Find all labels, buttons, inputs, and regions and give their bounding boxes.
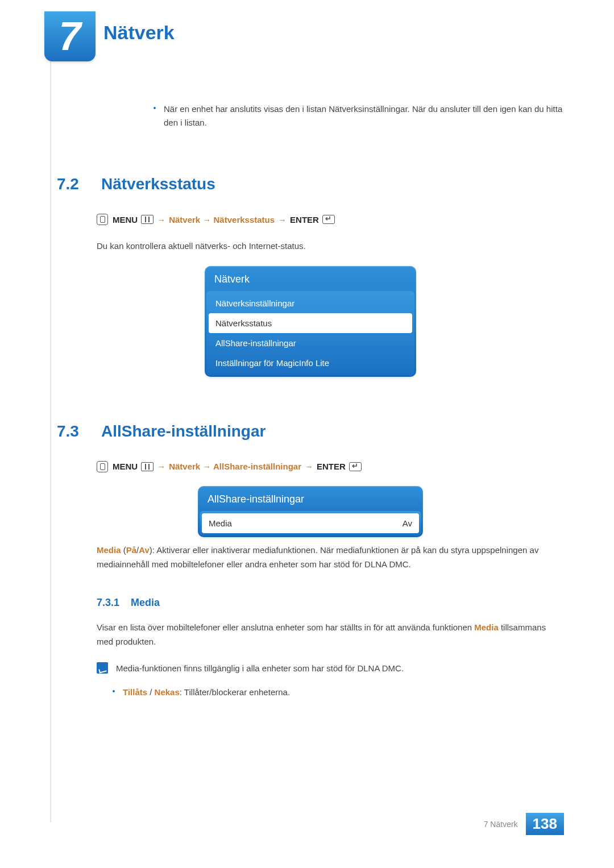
remote-icon (97, 214, 108, 225)
note-row: Media-funktionen finns tillgänglig i all… (97, 662, 564, 675)
sec73-media-desc: Media (På/Av): Aktiverar eller inaktiver… (97, 543, 564, 572)
menu-icon (141, 462, 154, 471)
menu-item-network-settings[interactable]: Nätverksinställningar (209, 293, 412, 313)
intro-bullet-text: När en enhet har anslutits visas den i l… (164, 102, 564, 130)
arrow: → (278, 215, 287, 225)
page-number: 138 (526, 813, 564, 835)
sec72-desc: Du kan kontrollera aktuell nätverks- och… (97, 239, 564, 254)
enter-label: ENTER (290, 215, 319, 225)
menu-item-network-status[interactable]: Nätverksstatus (209, 313, 412, 333)
sep: / (147, 687, 155, 697)
bullet-icon (154, 107, 156, 109)
section-number: 7.2 (57, 175, 101, 193)
on-label: På (126, 545, 136, 555)
arrow: → (305, 462, 313, 471)
menu-item-media[interactable]: Media Av (202, 513, 419, 533)
panel-body: Media Av (200, 511, 421, 535)
enter-icon (322, 215, 335, 224)
section-title: Media (131, 597, 160, 609)
section-title: AllShare-inställningar (101, 422, 265, 441)
menu-item-label: Media (209, 518, 232, 528)
section-number: 7.3.1 (97, 597, 131, 609)
panel-title: AllShare-inställningar (200, 488, 421, 511)
note-text: Media-funktionen finns tillgänglig i all… (116, 662, 404, 675)
allow-label: Tillåts (123, 687, 147, 697)
menu-path: Nätverk → Nätverksstatus (169, 215, 275, 225)
arrow: → (157, 462, 165, 471)
heading-7-3-1: 7.3.1 Media (97, 597, 564, 609)
heading-7-3: 7.3 AllShare-inställningar (57, 422, 564, 441)
bullet-icon (113, 690, 115, 692)
menu-item-value: Av (403, 518, 412, 528)
nav-path-7-2: MENU → Nätverk → Nätverksstatus → ENTER (97, 214, 564, 225)
allow-deny-text: Tillåts / Nekas: Tillåter/blockerar enhe… (123, 686, 290, 699)
nav-path-7-3: MENU → Nätverk → AllShare-inställningar … (97, 461, 564, 472)
note-icon (97, 662, 108, 674)
line1-pre: Visar en lista över mobiltelefoner eller… (97, 622, 474, 632)
off-label: Av (139, 545, 150, 555)
heading-7-2: 7.2 Nätverksstatus (57, 175, 564, 193)
intro-bullet: När en enhet har anslutits visas den i l… (154, 102, 564, 130)
menu-icon (141, 215, 154, 224)
network-menu-panel: Nätverk Nätverksinställningar Nätverksst… (205, 266, 416, 377)
deny-label: Nekas (155, 687, 180, 697)
line1-bold: Media (474, 622, 499, 632)
menu-item-magicinfo[interactable]: Inställningar för MagicInfo Lite (209, 353, 412, 373)
section-number: 7.3 (57, 422, 101, 441)
sec731-line1: Visar en lista över mobiltelefoner eller… (97, 620, 564, 649)
enter-label: ENTER (317, 462, 346, 471)
page-footer: 7 Nätverk 138 (484, 813, 564, 835)
menu-label: MENU (113, 215, 138, 225)
side-rule (50, 17, 51, 823)
menu-item-allshare[interactable]: AllShare-inställningar (209, 333, 412, 353)
page-content: När en enhet har anslutits visas den i l… (57, 102, 564, 707)
panel-title: Nätverk (206, 268, 414, 291)
allow-deny-bullet: Tillåts / Nekas: Tillåter/blockerar enhe… (113, 686, 564, 699)
arrow: → (157, 215, 165, 225)
chapter-number: 7 (59, 16, 81, 56)
allshare-menu-panel: AllShare-inställningar Media Av (198, 486, 423, 537)
bullet-tail: : Tillåter/blockerar enheterna. (180, 687, 290, 697)
footer-text: 7 Nätverk (484, 820, 518, 829)
chapter-title: Nätverk (103, 22, 175, 44)
media-bold: Media (97, 545, 121, 555)
section-title: Nätverksstatus (101, 175, 215, 193)
menu-label: MENU (113, 462, 138, 471)
menu-path: Nätverk → AllShare-inställningar (169, 462, 301, 471)
media-desc-tail: ): Aktiverar eller inaktiverar mediafunk… (97, 545, 538, 570)
chapter-tab: 7 (44, 11, 96, 61)
panel-body: Nätverksinställningar Nätverksstatus All… (206, 291, 414, 375)
remote-icon (97, 461, 108, 472)
enter-icon (349, 462, 362, 471)
